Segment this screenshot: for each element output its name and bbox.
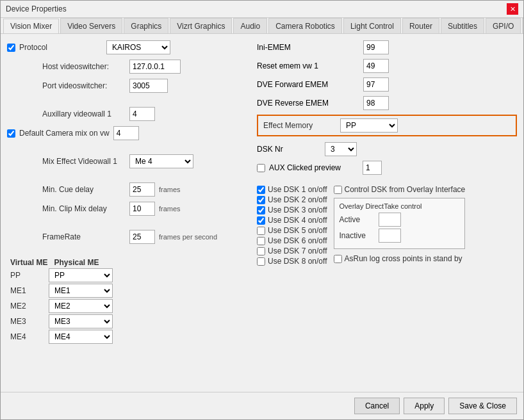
dsk8-checkbox[interactable] — [257, 257, 265, 266]
dsk5-checkbox[interactable] — [257, 227, 265, 235]
active-input[interactable] — [379, 213, 401, 227]
tab-subtitles[interactable]: Subtitles — [441, 18, 484, 33]
inactive-row: Inactive — [340, 229, 460, 243]
dve-reverse-input[interactable] — [363, 96, 389, 110]
inactive-input[interactable] — [379, 229, 401, 243]
min-clip-row: Min. Clip Mix delay frames — [7, 202, 250, 216]
aux-video-row: Auxillary videowall 1 — [7, 107, 250, 121]
tab-gpio[interactable]: GPI/O — [486, 18, 521, 33]
asrun-label: AsRun log cross points in stand by — [345, 254, 463, 263]
dsk1-checkbox[interactable] — [257, 186, 265, 194]
ini-emem-label: Ini-EMEM — [257, 43, 359, 52]
dve-forward-input[interactable] — [363, 77, 389, 92]
port-row: Port videoswitcher: — [7, 79, 250, 93]
aux-clicked-input[interactable] — [363, 161, 382, 175]
dsk6-label: Use DSK 6 on/off — [268, 236, 327, 245]
effect-memory-select[interactable]: PP — [340, 118, 398, 133]
port-input[interactable] — [129, 79, 168, 93]
dsk3-label: Use DSK 3 on/off — [268, 206, 327, 214]
vp-physical-me1[interactable]: ME1 — [49, 284, 113, 298]
dsk7-label: Use DSK 7 on/off — [268, 246, 327, 255]
dsk-nr-select[interactable]: 3 — [325, 142, 357, 156]
dve-reverse-row: DVE Reverse EMEM — [257, 96, 517, 110]
host-input[interactable] — [129, 60, 181, 74]
default-cam-input[interactable] — [113, 126, 139, 140]
asrun-row: AsRun log cross points in stand by — [334, 254, 466, 263]
aux-video-input[interactable] — [129, 107, 155, 121]
protocol-checkbox[interactable] — [7, 44, 15, 52]
dsk3-checkbox[interactable] — [257, 206, 265, 214]
tab-audio[interactable]: Audio — [233, 18, 267, 33]
tab-router[interactable]: Router — [402, 18, 439, 33]
effect-memory-box: Effect Memory PP — [257, 115, 517, 136]
tab-video-servers[interactable]: Video Servers — [60, 18, 122, 33]
reset-emem-input[interactable] — [363, 59, 389, 73]
dsk4-row: Use DSK 4 on/off — [257, 216, 327, 225]
vp-physical-pp[interactable]: PP — [49, 268, 113, 282]
dsk2-checkbox[interactable] — [257, 196, 265, 204]
vp-row-me1: ME1 ME1 — [7, 284, 250, 298]
tab-light-control[interactable]: Light Control — [343, 18, 401, 33]
inactive-label: Inactive — [340, 231, 375, 240]
effect-memory-label: Effect Memory — [263, 121, 334, 130]
frame-rate-label: FrameRate — [42, 232, 126, 241]
asrun-checkbox[interactable] — [334, 255, 342, 263]
close-button[interactable]: ✕ — [507, 3, 518, 15]
vp-row-me2: ME2 ME2 — [7, 299, 250, 313]
protocol-select[interactable]: KAIROS — [106, 40, 170, 54]
tab-vizrt-graphics[interactable]: Vizrt Graphics — [170, 18, 232, 33]
dsk7-checkbox[interactable] — [257, 247, 265, 255]
dsk7-row: Use DSK 7 on/off — [257, 246, 327, 255]
min-clip-input[interactable] — [129, 202, 155, 216]
footer: Cancel Apply Save & Close — [1, 392, 523, 419]
dsk4-checkbox[interactable] — [257, 216, 265, 225]
apply-button[interactable]: Apply — [404, 398, 445, 414]
content-area: Protocol KAIROS Host videoswitcher: Port… — [1, 34, 523, 392]
dsk-checkboxes: Use DSK 1 on/off Use DSK 2 on/off Use DS… — [257, 185, 327, 266]
vp-virtual-pp: PP — [10, 271, 42, 280]
title-bar: Device Properties ✕ — [1, 1, 523, 18]
vp-virtual-me4: ME4 — [10, 332, 42, 341]
aux-clicked-checkbox[interactable] — [257, 164, 265, 172]
ini-emem-row: Ini-EMEM — [257, 40, 517, 54]
dsk-nr-row: DSK Nr 3 — [257, 142, 517, 156]
cancel-button[interactable]: Cancel — [354, 398, 400, 414]
frame-rate-row: FrameRate frames per second — [7, 230, 250, 244]
ini-emem-input[interactable] — [363, 40, 389, 54]
vp-row-me3: ME3 ME3 — [7, 314, 250, 328]
dsk3-row: Use DSK 3 on/off — [257, 206, 327, 214]
dsk4-label: Use DSK 4 on/off — [268, 216, 327, 225]
active-row: Active — [340, 213, 460, 227]
dve-forward-label: DVE Forward EMEM — [257, 80, 359, 89]
save-close-button[interactable]: Save & Close — [448, 398, 517, 414]
active-label: Active — [340, 215, 375, 224]
default-cam-row: Default Camera mix on vw — [7, 126, 250, 140]
min-cue-label: Min. Cue delay — [42, 185, 126, 194]
default-cam-checkbox[interactable] — [7, 129, 15, 138]
control-dsk-row: Control DSK from Overlay Interface — [334, 185, 466, 194]
vp-physical-me3[interactable]: ME3 — [49, 314, 113, 328]
tab-tally[interactable]: Tally — [522, 18, 523, 33]
dsk5-label: Use DSK 5 on/off — [268, 226, 327, 235]
tab-camera-robotics[interactable]: Camera Robotics — [268, 18, 342, 33]
vp-physical-me2[interactable]: ME2 — [49, 299, 113, 313]
vp-row-pp: PP PP — [7, 268, 250, 282]
window-title: Device Properties — [6, 4, 67, 13]
tab-graphics[interactable]: Graphics — [124, 18, 168, 33]
tab-vision-mixer[interactable]: Vision Mixer — [3, 19, 59, 34]
mix-effect-label: Mix Effect Videowall 1 — [42, 157, 126, 166]
right-panel: Ini-EMEM Reset emem vw 1 DVE Forward EME… — [257, 40, 517, 385]
dsk8-label: Use DSK 8 on/off — [268, 257, 327, 266]
virtual-physical-table: Virtual ME Physical ME PP PP ME1 ME1 — [7, 258, 250, 344]
aux-clicked-label: AUX Clicked preview — [269, 163, 359, 172]
mix-effect-select[interactable]: Me 4 — [129, 154, 193, 168]
control-dsk-checkbox[interactable] — [334, 186, 342, 194]
vp-physical-me4[interactable]: ME4 — [49, 330, 113, 344]
aux-video-label: Auxillary videowall 1 — [42, 109, 126, 118]
protocol-row: Protocol KAIROS — [7, 40, 250, 54]
reset-emem-row: Reset emem vw 1 — [257, 59, 517, 73]
min-cue-input[interactable] — [129, 182, 155, 197]
overlay-box: Overlay DirectTake control Active Inacti… — [334, 198, 466, 249]
dsk6-checkbox[interactable] — [257, 237, 265, 245]
frame-rate-input[interactable] — [129, 230, 155, 244]
